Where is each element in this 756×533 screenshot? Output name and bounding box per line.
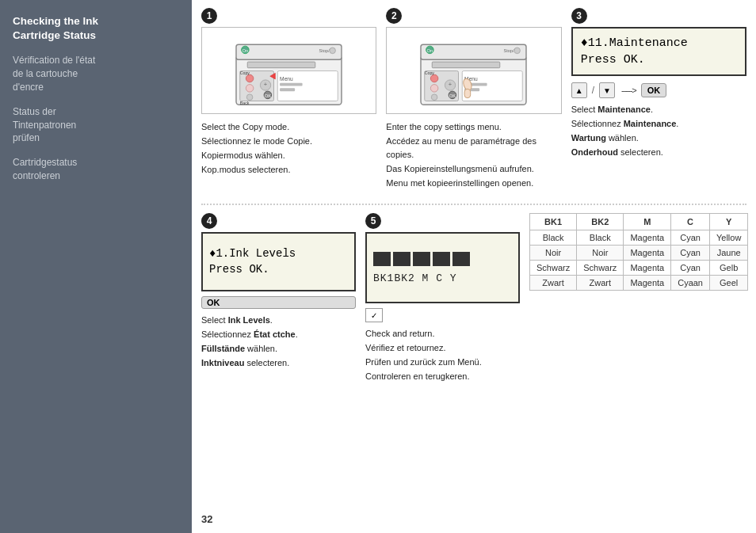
step-3-block: 3 ♦11.Maintenance Press OK. ▲ / ▼ ----->…	[571, 8, 746, 191]
step-4-circle: 4	[201, 213, 217, 229]
col-m: M	[624, 214, 671, 230]
sidebar-title-en: Checking the Ink Cartridge Status	[13, 14, 179, 43]
step-3-bold-de: Wartung	[571, 133, 606, 143]
ink-bar-y	[452, 252, 470, 266]
step-2-desc: Enter the copy settings menu. Accédez au…	[386, 120, 561, 191]
ink-bars	[373, 252, 512, 266]
table-row: BlackBlackMagentaCyanYellow	[530, 230, 748, 246]
section-divider	[201, 204, 746, 205]
table-cell: Gelb	[709, 261, 747, 276]
svg-point-4	[246, 74, 254, 82]
ink-labels: BK1BK2 M C Y	[373, 272, 512, 284]
step-3-desc: Select Maintenance. Sélectionnez Mainten…	[571, 103, 746, 160]
table-cell: Noir	[577, 246, 624, 261]
svg-text:+: +	[264, 81, 268, 88]
ink-bar-m	[413, 252, 430, 266]
sidebar-title-nl: Cartridgestatus controleren	[13, 156, 179, 183]
table-cell: Zwart	[530, 276, 577, 291]
svg-text:On: On	[242, 48, 249, 52]
table-cell: Geel	[709, 276, 747, 291]
ink-bar-bk1	[373, 252, 391, 266]
printer-illus-2: + OK Menu Stop/Ok On Copy	[412, 33, 535, 109]
ink-table-block: BK1 BK2 M C Y BlackBlackMagentaCyanYello…	[529, 213, 748, 384]
step-3-bold-nl: Onderhoud	[571, 147, 618, 157]
step-2-number: 2	[386, 8, 561, 24]
svg-point-6	[246, 93, 253, 100]
nav-dash-arrow: ----->	[620, 86, 636, 95]
nav-slash: /	[592, 85, 594, 96]
step-3-controls: ▲ / ▼ -----> OK	[571, 82, 746, 98]
step-3-number: 3	[571, 8, 746, 24]
sidebar: Checking the Ink Cartridge Status Vérifi…	[0, 0, 192, 533]
col-bk2: BK2	[577, 214, 624, 230]
check-return-icon: ✓	[365, 308, 383, 322]
svg-point-28	[432, 93, 438, 100]
step-2-block: 2 + OK Menu	[386, 8, 561, 191]
svg-point-16	[330, 48, 336, 54]
page-number: 32	[201, 513, 212, 525]
step-4-bold-fr: État ctche	[254, 329, 296, 339]
svg-text:On: On	[427, 48, 433, 52]
step-1-number: 1	[201, 8, 376, 24]
svg-rect-43	[465, 89, 472, 97]
table-cell: Schwarz	[577, 261, 624, 276]
svg-text:OK: OK	[265, 93, 271, 97]
table-cell: Magenta	[624, 230, 671, 246]
ok-button-4[interactable]: OK	[201, 296, 356, 309]
ink-bar-bk2	[393, 252, 410, 266]
table-cell: Yellow	[709, 230, 747, 246]
step-4-bold-de: Füllstände	[201, 344, 245, 353]
ok-button-3[interactable]: OK	[641, 83, 667, 97]
svg-text:+: +	[449, 81, 452, 88]
step-5-desc: Check and return. Vérifiez et retournez.…	[365, 327, 520, 384]
col-bk1: BK1	[530, 214, 577, 230]
step-4-display: ♦1.Ink Levels Press OK.	[201, 232, 356, 291]
up-arrow-icon[interactable]: ▲	[571, 82, 587, 98]
svg-point-26	[431, 74, 439, 82]
svg-rect-14	[280, 88, 295, 91]
svg-point-38	[514, 48, 521, 54]
table-cell: Cyaan	[671, 276, 710, 291]
sidebar-title-de: Status der Tintenpatronen prüfen	[13, 105, 179, 145]
table-cell: Schwarz	[530, 261, 577, 276]
svg-rect-24	[433, 62, 501, 68]
step-5-display: BK1BK2 M C Y	[365, 232, 520, 303]
sidebar-title-fr: Vérification de l'état de la cartouche d…	[13, 54, 179, 93]
table-cell: Cyan	[671, 246, 710, 261]
step-2-diagram: + OK Menu Stop/Ok On Copy	[386, 27, 561, 114]
svg-rect-13	[280, 82, 303, 86]
step-3-display-line1: ♦11.Maintenance	[581, 35, 737, 51]
step-1-diagram: + OK Menu Stop/Ok On Copy	[201, 27, 376, 114]
col-y: Y	[709, 214, 747, 230]
step-3-circle: 3	[571, 8, 587, 24]
svg-text:Back: Back	[240, 101, 250, 105]
down-arrow-icon[interactable]: ▼	[599, 82, 615, 98]
step-4-display-line1: ♦1.Ink Levels	[209, 246, 348, 262]
step-3-bold-en: Maintenance	[598, 105, 651, 114]
step-5-circle: 5	[365, 213, 381, 229]
svg-point-5	[246, 84, 254, 92]
table-cell: Black	[530, 230, 577, 246]
top-steps-row: 1 +	[201, 8, 746, 191]
table-row: SchwarzSchwarzMagentaCyanGelb	[530, 261, 748, 276]
table-cell: Magenta	[624, 261, 671, 276]
svg-point-27	[431, 84, 439, 92]
step-3-bold-fr: Maintenance	[624, 119, 677, 128]
step-2-circle: 2	[386, 8, 402, 24]
table-cell: Jaune	[709, 246, 747, 261]
step-5-block: 5 BK1BK2 M C Y ✓ Check and return. Vérif…	[365, 213, 520, 384]
step-4-bold-en: Ink Levels	[228, 315, 270, 325]
step-4-number: 4	[201, 213, 356, 229]
step-1-circle: 1	[201, 8, 217, 24]
svg-rect-2	[247, 62, 315, 68]
step-5-number: 5	[365, 213, 520, 229]
step-1-block: 1 +	[201, 8, 376, 191]
step-4-block: 4 ♦1.Ink Levels Press OK. OK Select Ink …	[201, 213, 356, 384]
col-c: C	[671, 214, 710, 230]
table-row: ZwartZwartMagentaCyaanGeel	[530, 276, 748, 291]
table-cell: Zwart	[577, 276, 624, 291]
ink-table: BK1 BK2 M C Y BlackBlackMagentaCyanYello…	[529, 213, 748, 291]
table-cell: Black	[577, 230, 624, 246]
table-cell: Noir	[530, 246, 577, 261]
step-1-desc: Select the Copy mode. Sélectionnez le mo…	[201, 120, 376, 177]
